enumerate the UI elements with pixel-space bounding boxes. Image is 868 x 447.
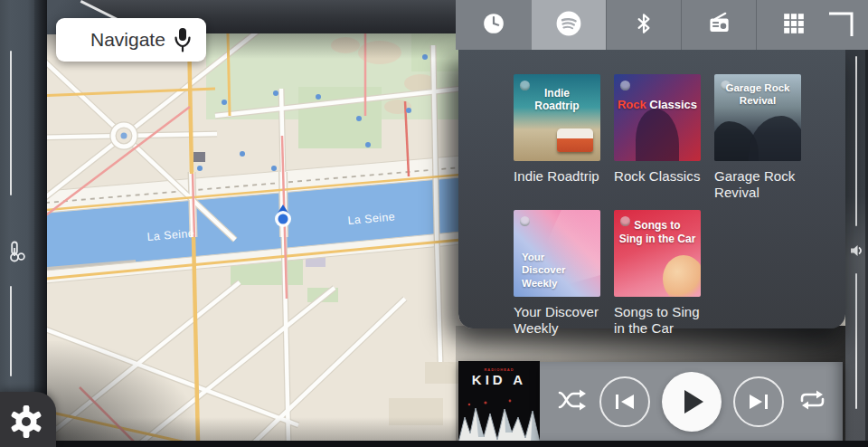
tab-bluetooth[interactable] <box>606 0 681 50</box>
playlist-tile-rock-classics[interactable]: Rock Classics Rock Classics <box>614 74 704 210</box>
playlist-title: Indie Roadtrip <box>514 168 604 185</box>
navigate-label: Navigate <box>90 29 165 51</box>
playlist-tile-indie-roadtrip[interactable]: Indie Roadtrip Indie Roadtrip <box>514 74 604 210</box>
left-climate-rail[interactable] <box>0 0 34 447</box>
tab-recents[interactable] <box>456 0 531 50</box>
now-playing-album-art[interactable]: RADIOHEAD KID A <box>458 361 540 442</box>
art-text: Your Discover Weekly <box>522 251 566 290</box>
art-text: Indie Roadtrip <box>514 87 600 113</box>
playlist-title: Your Discover Weekly <box>514 304 604 338</box>
screen-corner-bracket <box>827 12 854 42</box>
art-text: Songs to Sing in the Car <box>614 219 701 246</box>
car-dashboard-screen: La Seine La Seine <box>0 0 868 447</box>
playlist-art-garage-rock-revival: Garage Rock Revival <box>714 74 801 161</box>
playlist-tile-songs-to-sing-in-the-car[interactable]: Songs to Sing in the Car Songs to Sing i… <box>614 210 704 346</box>
left-bezel-strip <box>34 0 47 447</box>
playlist-art-rock-classics: Rock Classics <box>614 74 701 161</box>
tab-radio[interactable] <box>681 0 756 50</box>
next-track-button[interactable] <box>733 376 784 427</box>
map-bottom-shade <box>47 417 458 441</box>
spotify-icon <box>555 10 582 41</box>
playlist-tile-garage-rock-revival[interactable]: Garage Rock Revival Garage Rock Revival <box>714 74 805 210</box>
album-title-text: KID A <box>458 372 540 387</box>
bottom-bezel-band <box>0 441 868 447</box>
microphone-icon[interactable] <box>172 26 193 58</box>
navigate-search-box[interactable]: Navigate <box>56 18 206 62</box>
app-tab-bar <box>456 0 868 50</box>
playlist-art-your-discover-weekly: Your Discover Weekly <box>514 210 600 297</box>
playlist-title: Garage Rock Revival <box>714 168 805 202</box>
album-art-mountains <box>458 395 540 442</box>
spotify-logo-badge <box>620 81 630 90</box>
art-text: Rock Classics <box>614 98 701 111</box>
volume-icon <box>848 243 864 262</box>
tab-spotify[interactable] <box>531 0 606 50</box>
right-volume-rail[interactable] <box>845 0 868 447</box>
clock-icon <box>482 12 505 39</box>
art-text: Garage Rock Revival <box>714 81 801 108</box>
thermometer-icon <box>6 241 28 268</box>
play-icon <box>684 390 703 414</box>
left-rail-slider-track-top[interactable] <box>10 51 12 195</box>
play-button[interactable] <box>662 372 722 432</box>
repeat-button[interactable] <box>796 387 826 416</box>
apps-grid-icon <box>782 12 806 39</box>
spotify-logo-badge <box>520 216 530 226</box>
playlist-tile-your-discover-weekly[interactable]: Your Discover Weekly Your Discover Weekl… <box>514 210 604 346</box>
previous-track-button[interactable] <box>599 376 650 427</box>
playlist-art-songs-to-sing-in-the-car: Songs to Sing in the Car <box>614 210 701 297</box>
spotify-playlists-panel: Indie Roadtrip Indie Roadtrip Rock Class… <box>458 50 845 328</box>
playlist-art-indie-roadtrip: Indie Roadtrip <box>514 74 600 161</box>
radio-icon <box>707 11 731 39</box>
tab-apps[interactable] <box>756 0 831 50</box>
playlist-title: Rock Classics <box>614 168 704 185</box>
gear-icon <box>8 404 44 440</box>
volume-slider-track-top[interactable] <box>855 56 857 226</box>
playlist-title: Songs to Sing in the Car <box>614 304 704 338</box>
bluetooth-icon <box>632 12 656 39</box>
shuffle-button[interactable] <box>557 387 588 416</box>
settings-corner-panel[interactable] <box>0 392 56 447</box>
left-rail-slider-track-bottom[interactable] <box>10 286 12 376</box>
volume-slider-track-bottom[interactable] <box>855 273 857 409</box>
map-poi-monument <box>193 152 205 162</box>
media-control-bar <box>540 362 843 441</box>
